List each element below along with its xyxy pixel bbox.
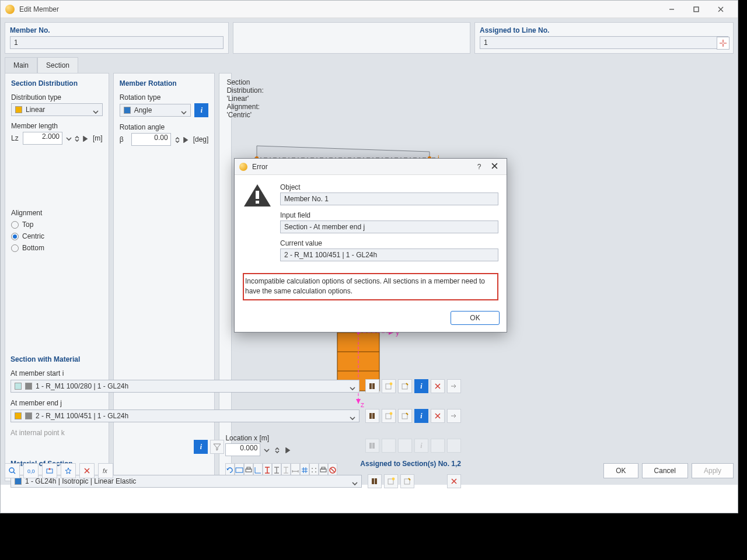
tab-section[interactable]: Section (37, 57, 78, 73)
info-button[interactable]: i (414, 379, 428, 393)
decimal-icon: 0,00 (27, 467, 35, 475)
crosshair-icon (719, 39, 727, 47)
rotation-type-combo[interactable]: Angle (120, 104, 191, 117)
delete-button[interactable] (431, 409, 445, 423)
info-button[interactable]: i (194, 103, 208, 117)
lz-label: Lz (11, 134, 19, 142)
svg-point-52 (49, 468, 51, 470)
tab-main[interactable]: Main (5, 57, 37, 73)
assigned-line-input[interactable]: 1 (480, 36, 728, 49)
help-button[interactable]: ? (472, 163, 487, 171)
maximize-button[interactable] (684, 2, 708, 17)
info-button[interactable]: i (414, 409, 428, 423)
edit-button[interactable] (398, 409, 412, 423)
new-icon (385, 412, 393, 420)
info-icon: i (420, 442, 422, 450)
spinner-icon[interactable] (74, 135, 81, 141)
blank-panel (233, 22, 470, 54)
svg-rect-38 (372, 413, 375, 419)
distribution-type-value: Linear (26, 104, 45, 116)
delete-icon (434, 412, 442, 420)
member-length-label: Member length (11, 122, 103, 130)
preview-info: Section Distribution: 'Linear' Alignment… (226, 78, 263, 119)
titlebar: Edit Member (1, 1, 738, 18)
book-icon (368, 412, 376, 420)
end-swatch-icon (15, 412, 22, 419)
app-icon (5, 5, 15, 14)
delete-button[interactable] (431, 379, 445, 393)
play-icon[interactable] (183, 136, 190, 142)
end-j-label: At member end j (11, 399, 461, 407)
new-button[interactable] (382, 409, 396, 423)
section-with-material-header: Section with Material (11, 355, 461, 363)
error-titlebar: Error ? (235, 159, 507, 175)
alignment-top-radio[interactable]: Top (11, 220, 103, 229)
end-section-combo[interactable]: 2 - R_M1 100/451 | 1 - GL24h (11, 410, 359, 422)
library-button[interactable] (365, 379, 379, 393)
svg-point-40 (390, 412, 393, 415)
error-object-label: Object (280, 183, 498, 191)
member-rotation-header: Member Rotation (120, 79, 209, 88)
member-no-input[interactable]: 1 (10, 36, 224, 49)
alignment-centric-radio[interactable]: Centric (11, 232, 103, 240)
favorites-button[interactable] (61, 463, 76, 478)
pick-line-button[interactable] (717, 37, 729, 50)
alignment-label: Alignment (11, 209, 103, 217)
error-ok-button[interactable]: OK (451, 311, 500, 325)
ok-button[interactable]: OK (603, 463, 638, 478)
close-button[interactable] (487, 163, 502, 171)
goto-button[interactable] (447, 409, 461, 423)
arrow-icon (450, 382, 458, 390)
start-section-value: 1 - R_M1 100/280 | 1 - GL24h (36, 380, 128, 392)
svg-rect-37 (369, 413, 372, 419)
chevron-down-icon[interactable] (66, 135, 73, 141)
svg-rect-33 (372, 383, 375, 389)
chevron-down-icon (181, 107, 187, 113)
window-buttons (659, 2, 733, 17)
minimize-button[interactable] (659, 2, 684, 17)
section-shape-icon (25, 383, 32, 390)
goto-button[interactable] (447, 379, 461, 393)
distribution-type-combo[interactable]: Linear (11, 103, 103, 116)
new-button[interactable] (382, 379, 396, 393)
svg-rect-55 (256, 191, 259, 199)
beta-input[interactable]: 0.00 (131, 133, 171, 146)
preview-line2: Alignment: 'Centric' (226, 103, 263, 119)
alignment-centric-label: Centric (22, 232, 44, 240)
clear-button[interactable] (79, 463, 95, 478)
internal-k-label: At internal point k (11, 429, 461, 437)
rotation-type-value: Angle (134, 104, 152, 116)
node-button[interactable] (42, 463, 57, 478)
cancel-button[interactable]: Cancel (642, 463, 688, 478)
edit-button[interactable] (398, 379, 412, 393)
edit-member-window: Edit Member Member No. 1 Assigned to Lin… (0, 0, 738, 513)
lz-input[interactable]: 2.000 (23, 132, 62, 145)
function-button[interactable]: fx (98, 463, 113, 478)
library-button[interactable] (365, 409, 379, 423)
close-button[interactable] (708, 2, 733, 17)
alignment-bottom-radio[interactable]: Bottom (11, 244, 103, 252)
help-button[interactable] (5, 463, 20, 478)
apply-button: Apply (692, 463, 734, 478)
start-i-label: At member start i (11, 369, 461, 377)
units-button[interactable]: 0,00 (23, 463, 39, 478)
edit-icon (401, 382, 409, 390)
close-icon (491, 163, 498, 169)
error-current-value: 2 - R_M1 100/451 | 1 - GL24h (280, 249, 498, 261)
delete-icon (434, 382, 442, 390)
start-section-combo[interactable]: 1 - R_M1 100/280 | 1 - GL24h (11, 380, 359, 393)
info-button: i (414, 439, 428, 453)
fx-icon: fx (102, 467, 110, 475)
play-icon[interactable] (82, 135, 89, 141)
info-icon: i (201, 106, 203, 115)
svg-rect-41 (402, 414, 407, 419)
svg-rect-0 (694, 7, 699, 12)
svg-rect-43 (372, 443, 375, 449)
beta-label: β (120, 135, 128, 144)
rotation-swatch-icon (124, 107, 131, 114)
spinner-icon[interactable] (174, 136, 181, 142)
svg-rect-36 (402, 384, 407, 389)
alignment-bottom-label: Bottom (22, 244, 44, 252)
assigned-line-panel: Assigned to Line No. 1 (474, 22, 734, 54)
error-field-label: Input field (280, 211, 498, 219)
